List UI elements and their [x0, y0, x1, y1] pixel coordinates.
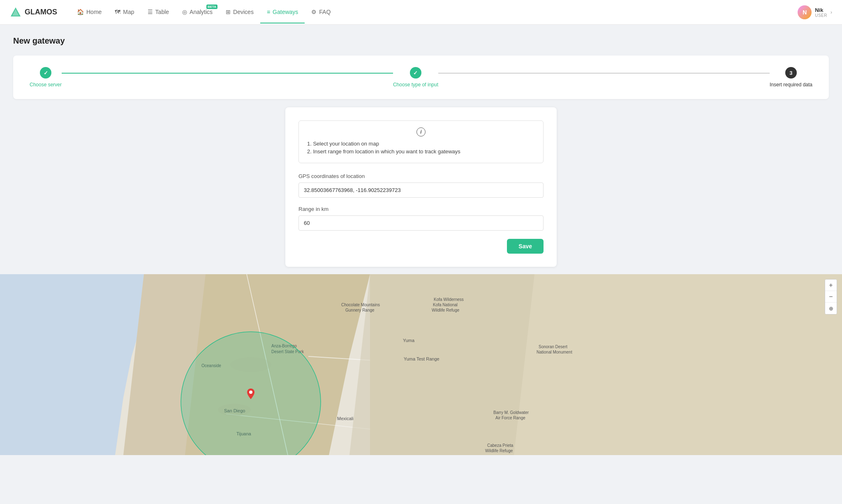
- devices-icon: ⊞: [226, 9, 231, 15]
- svg-text:Kofa Wilderness: Kofa Wilderness: [434, 297, 464, 302]
- step-1-circle: ✓: [40, 67, 51, 79]
- map-background: San Diego Tijuana Mexicali Yuma Test Ran…: [0, 274, 842, 455]
- info-box: i 1. Select your location on map 2. Inse…: [298, 120, 544, 163]
- beta-badge: BETA: [206, 5, 217, 9]
- logo[interactable]: GLAMOS: [10, 7, 57, 18]
- logo-icon: [10, 7, 21, 18]
- range-input[interactable]: [298, 215, 544, 231]
- nav-table[interactable]: ☰ Table: [141, 1, 176, 23]
- range-label: Range in km: [298, 206, 544, 212]
- faq-icon: ⚙: [311, 9, 317, 15]
- map-controls: + − ⊕: [825, 279, 837, 314]
- step-2-label: Choose type of input: [393, 82, 438, 88]
- form-layout: i 1. Select your location on map 2. Inse…: [13, 107, 829, 267]
- info-item-1: 1. Select your location on map: [307, 141, 535, 147]
- page-content: New gateway ✓ Choose server ✓ Choose typ…: [0, 25, 842, 278]
- form-actions: Save: [298, 239, 544, 254]
- svg-point-29: [249, 391, 252, 394]
- svg-text:Air Force Range: Air Force Range: [495, 416, 525, 420]
- svg-text:Kofa National: Kofa National: [433, 303, 458, 307]
- main-nav: 🏠 Home 🗺 Map ☰ Table ◎ Analytics BETA ⊞ …: [70, 1, 337, 23]
- gps-input[interactable]: [298, 183, 544, 198]
- step-connector-1: [62, 73, 393, 74]
- svg-text:Cabeza Prieta: Cabeza Prieta: [487, 443, 514, 448]
- reset-north-button[interactable]: ⊕: [825, 303, 837, 314]
- nav-faq[interactable]: ⚙ FAQ: [305, 1, 337, 23]
- user-name: Nik: [815, 7, 827, 13]
- svg-text:Gunnery Range: Gunnery Range: [345, 308, 375, 312]
- table-icon: ☰: [148, 9, 153, 15]
- svg-text:Sonoran Desert: Sonoran Desert: [539, 344, 567, 349]
- info-icon: i: [416, 127, 426, 136]
- home-icon: 🏠: [77, 9, 84, 15]
- logo-text: GLAMOS: [25, 8, 57, 16]
- form-card: i 1. Select your location on map 2. Inse…: [285, 107, 557, 267]
- nav-home[interactable]: 🏠 Home: [70, 1, 108, 23]
- user-section[interactable]: N Nik USER ›: [798, 5, 832, 19]
- svg-text:National Monument: National Monument: [537, 350, 572, 354]
- save-button[interactable]: Save: [507, 239, 544, 254]
- svg-text:Mexicali: Mexicali: [337, 416, 354, 421]
- page-title: New gateway: [13, 36, 829, 46]
- nav-devices[interactable]: ⊞ Devices: [219, 1, 260, 23]
- info-icon-row: i: [307, 127, 535, 136]
- gps-label: GPS coordinates of location: [298, 173, 544, 179]
- svg-text:Yuma: Yuma: [403, 338, 415, 343]
- step-2-circle: ✓: [410, 67, 421, 79]
- map-container[interactable]: San Diego Tijuana Mexicali Yuma Test Ran…: [0, 274, 842, 455]
- header: GLAMOS 🏠 Home 🗺 Map ☰ Table ◎ Analytics …: [0, 0, 842, 25]
- step-3: 3 Insert required data: [770, 67, 812, 88]
- nav-analytics[interactable]: ◎ Analytics BETA: [176, 1, 219, 23]
- stepper: ✓ Choose server ✓ Choose type of input 3…: [30, 67, 812, 88]
- nav-gateways[interactable]: ≡ Gateways: [260, 1, 305, 23]
- user-role: USER: [815, 13, 827, 18]
- step-2: ✓ Choose type of input: [393, 67, 438, 88]
- step-3-label: Insert required data: [770, 82, 812, 88]
- zoom-out-button[interactable]: −: [825, 291, 837, 303]
- map-icon: 🗺: [115, 9, 120, 15]
- step-1: ✓ Choose server: [30, 67, 62, 88]
- user-chevron-icon: ›: [830, 9, 832, 15]
- step-1-label: Choose server: [30, 82, 62, 88]
- header-left: GLAMOS 🏠 Home 🗺 Map ☰ Table ◎ Analytics …: [10, 1, 337, 23]
- analytics-icon: ◎: [182, 9, 187, 15]
- zoom-in-button[interactable]: +: [825, 280, 837, 291]
- svg-text:Wildlife Refuge: Wildlife Refuge: [432, 308, 460, 312]
- svg-text:Barry M. Goldwater: Barry M. Goldwater: [493, 410, 529, 415]
- nav-map[interactable]: 🗺 Map: [108, 1, 141, 23]
- gateways-icon: ≡: [267, 9, 270, 15]
- stepper-card: ✓ Choose server ✓ Choose type of input 3…: [13, 55, 829, 99]
- info-item-2: 2. Insert range from location in which y…: [307, 148, 535, 155]
- step-connector-2: [438, 73, 770, 74]
- svg-text:Wildlife Refuge: Wildlife Refuge: [485, 449, 513, 453]
- info-list: 1. Select your location on map 2. Insert…: [307, 141, 535, 155]
- form-wrapper: i 1. Select your location on map 2. Inse…: [281, 107, 561, 267]
- gps-field-group: GPS coordinates of location: [298, 173, 544, 198]
- user-info: Nik USER: [815, 7, 827, 18]
- svg-text:Yuma Test Range: Yuma Test Range: [404, 356, 440, 361]
- avatar: N: [798, 5, 812, 19]
- range-field-group: Range in km: [298, 206, 544, 231]
- svg-text:Chocolate Mountains: Chocolate Mountains: [341, 303, 380, 307]
- step-3-circle: 3: [785, 67, 797, 79]
